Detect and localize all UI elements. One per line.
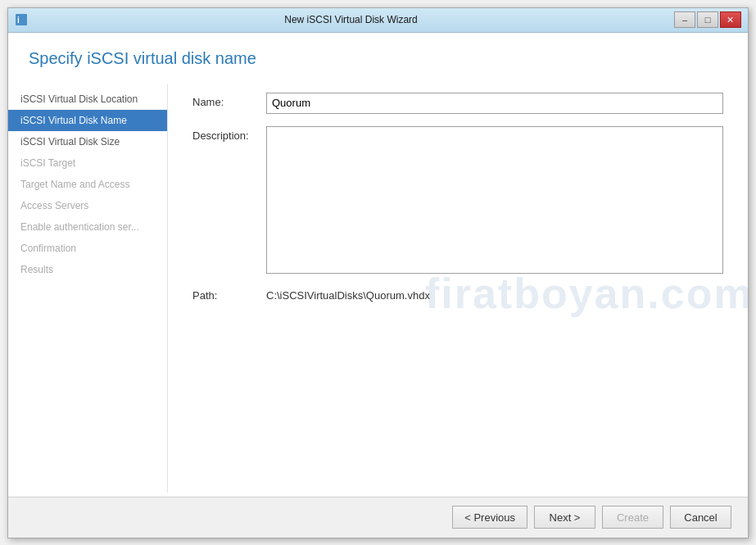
name-input[interactable]: [266, 93, 723, 114]
window-title: New iSCSI Virtual Disk Wizard: [284, 14, 417, 25]
window-icon: i: [15, 13, 28, 26]
cancel-button[interactable]: Cancel: [670, 506, 731, 529]
name-row: Name:: [192, 93, 723, 114]
window-controls: – □ ✕: [674, 11, 741, 28]
name-label: Name:: [192, 93, 266, 108]
main-body: iSCSI Virtual Disk Location iSCSI Virtua…: [8, 80, 748, 497]
sidebar-item-target-name: Target Name and Access: [8, 174, 167, 195]
create-button[interactable]: Create: [602, 506, 663, 529]
content-area: Specify iSCSI virtual disk name iSCSI Vi…: [8, 33, 748, 538]
path-row: Path: C:\iSCSIVirtualDisks\Quorum.vhdx: [192, 286, 723, 302]
svg-text:i: i: [17, 16, 20, 25]
restore-button[interactable]: □: [697, 11, 718, 28]
previous-button[interactable]: < Previous: [452, 506, 527, 529]
footer: < Previous Next > Create Cancel: [8, 497, 748, 538]
page-title: Specify iSCSI virtual disk name: [29, 49, 727, 68]
wizard-window: i New iSCSI Virtual Disk Wizard – □ ✕ Sp…: [7, 7, 749, 538]
sidebar-item-location[interactable]: iSCSI Virtual Disk Location: [8, 89, 167, 110]
sidebar-item-auth: Enable authentication ser...: [8, 216, 167, 238]
sidebar-item-name[interactable]: iSCSI Virtual Disk Name: [8, 110, 167, 131]
close-button[interactable]: ✕: [720, 11, 741, 28]
path-value: C:\iSCSIVirtualDisks\Quorum.vhdx: [266, 286, 723, 302]
sidebar-item-results: Results: [8, 259, 167, 280]
sidebar-item-confirmation: Confirmation: [8, 238, 167, 259]
sidebar: iSCSI Virtual Disk Location iSCSI Virtua…: [8, 84, 168, 493]
sidebar-item-access-servers: Access Servers: [8, 195, 167, 216]
minimize-button[interactable]: –: [674, 11, 695, 28]
sidebar-item-target: iSCSI Target: [8, 152, 167, 174]
description-label: Description:: [192, 126, 266, 142]
next-button[interactable]: Next >: [534, 506, 595, 529]
path-label: Path:: [192, 286, 266, 302]
form-area-wrapper: firatboyan.com Name: Description: Path: [168, 84, 748, 493]
page-header: Specify iSCSI virtual disk name: [8, 33, 748, 80]
description-row: Description:: [192, 126, 723, 274]
sidebar-item-size[interactable]: iSCSI Virtual Disk Size: [8, 131, 167, 152]
form-area: Name: Description: Path: C:\iSCSIVirtual…: [168, 84, 748, 322]
title-bar: i New iSCSI Virtual Disk Wizard – □ ✕: [8, 8, 748, 33]
description-input[interactable]: [266, 126, 723, 274]
